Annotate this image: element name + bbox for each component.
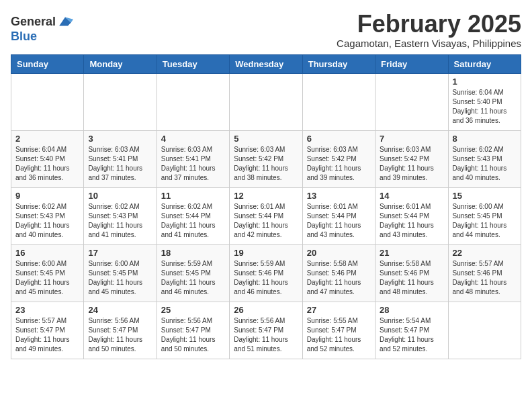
cell-details: Sunrise: 5:57 AM Sunset: 5:47 PM Dayligh… xyxy=(15,316,79,354)
cell-details: Sunrise: 6:02 AM Sunset: 5:44 PM Dayligh… xyxy=(161,202,225,240)
calendar-cell: 27Sunrise: 5:55 AM Sunset: 5:47 PM Dayli… xyxy=(302,302,375,359)
calendar-cell: 2Sunrise: 6:04 AM Sunset: 5:40 PM Daylig… xyxy=(11,130,84,187)
header: General Blue February 2025 Cagamotan, Ea… xyxy=(11,11,521,49)
cell-details: Sunrise: 6:02 AM Sunset: 5:43 PM Dayligh… xyxy=(453,145,517,183)
calendar-cell: 6Sunrise: 6:03 AM Sunset: 5:42 PM Daylig… xyxy=(302,130,375,187)
day-number: 28 xyxy=(380,305,443,315)
cell-details: Sunrise: 6:04 AM Sunset: 5:40 PM Dayligh… xyxy=(15,145,79,183)
calendar-cell: 13Sunrise: 6:01 AM Sunset: 5:44 PM Dayli… xyxy=(302,187,375,244)
calendar-cell: 4Sunrise: 6:03 AM Sunset: 5:41 PM Daylig… xyxy=(157,130,229,187)
day-number: 24 xyxy=(88,305,152,315)
calendar-week-2: 2Sunrise: 6:04 AM Sunset: 5:40 PM Daylig… xyxy=(11,130,521,187)
calendar-cell: 17Sunrise: 6:00 AM Sunset: 5:45 PM Dayli… xyxy=(84,244,157,302)
calendar-cell: 24Sunrise: 5:56 AM Sunset: 5:47 PM Dayli… xyxy=(84,302,157,359)
cell-details: Sunrise: 6:02 AM Sunset: 5:43 PM Dayligh… xyxy=(15,202,79,240)
day-number: 4 xyxy=(161,134,225,144)
day-number: 21 xyxy=(380,248,443,258)
day-number: 7 xyxy=(380,134,443,144)
logo-icon xyxy=(57,13,73,30)
calendar-cell: 19Sunrise: 5:59 AM Sunset: 5:46 PM Dayli… xyxy=(230,244,302,302)
cell-details: Sunrise: 6:01 AM Sunset: 5:44 PM Dayligh… xyxy=(380,202,443,240)
day-number: 20 xyxy=(307,248,371,258)
cell-details: Sunrise: 6:00 AM Sunset: 5:45 PM Dayligh… xyxy=(15,259,79,297)
calendar-cell: 8Sunrise: 6:02 AM Sunset: 5:43 PM Daylig… xyxy=(448,130,521,187)
cell-details: Sunrise: 6:01 AM Sunset: 5:44 PM Dayligh… xyxy=(307,202,371,240)
title-area: February 2025 Cagamotan, Eastern Visayas… xyxy=(337,11,521,49)
day-number: 22 xyxy=(453,248,517,258)
cell-details: Sunrise: 5:56 AM Sunset: 5:47 PM Dayligh… xyxy=(88,316,152,354)
logo: General Blue xyxy=(11,13,73,44)
cell-details: Sunrise: 6:03 AM Sunset: 5:41 PM Dayligh… xyxy=(88,145,152,183)
cell-details: Sunrise: 6:04 AM Sunset: 5:40 PM Dayligh… xyxy=(453,88,517,126)
cell-details: Sunrise: 6:01 AM Sunset: 5:44 PM Dayligh… xyxy=(234,202,298,240)
calendar-week-3: 9Sunrise: 6:02 AM Sunset: 5:43 PM Daylig… xyxy=(11,187,521,244)
calendar-cell: 26Sunrise: 5:56 AM Sunset: 5:47 PM Dayli… xyxy=(230,302,302,359)
calendar-cell xyxy=(230,73,302,130)
day-number: 6 xyxy=(307,134,371,144)
cell-details: Sunrise: 5:56 AM Sunset: 5:47 PM Dayligh… xyxy=(161,316,225,354)
day-number: 1 xyxy=(453,77,517,87)
weekday-header-saturday: Saturday xyxy=(448,54,521,73)
calendar-cell xyxy=(157,73,229,130)
calendar-cell: 25Sunrise: 5:56 AM Sunset: 5:47 PM Dayli… xyxy=(157,302,229,359)
day-number: 13 xyxy=(307,191,371,201)
calendar-cell xyxy=(302,73,375,130)
cell-details: Sunrise: 5:56 AM Sunset: 5:47 PM Dayligh… xyxy=(234,316,298,354)
calendar-cell: 5Sunrise: 6:03 AM Sunset: 5:42 PM Daylig… xyxy=(230,130,302,187)
day-number: 8 xyxy=(453,134,517,144)
day-number: 15 xyxy=(453,191,517,201)
day-number: 3 xyxy=(88,134,152,144)
weekday-header-friday: Friday xyxy=(375,54,448,73)
day-number: 14 xyxy=(380,191,443,201)
day-number: 2 xyxy=(15,134,79,144)
day-number: 17 xyxy=(88,248,152,258)
calendar-cell: 18Sunrise: 5:59 AM Sunset: 5:45 PM Dayli… xyxy=(157,244,229,302)
day-number: 23 xyxy=(15,305,79,315)
weekday-header-sunday: Sunday xyxy=(11,54,84,73)
cell-details: Sunrise: 6:03 AM Sunset: 5:42 PM Dayligh… xyxy=(380,145,443,183)
calendar-table: SundayMondayTuesdayWednesdayThursdayFrid… xyxy=(11,54,521,359)
subtitle: Cagamotan, Eastern Visayas, Philippines xyxy=(337,38,521,49)
calendar-cell: 12Sunrise: 6:01 AM Sunset: 5:44 PM Dayli… xyxy=(230,187,302,244)
day-number: 9 xyxy=(15,191,79,201)
weekday-header-monday: Monday xyxy=(84,54,157,73)
calendar-cell: 9Sunrise: 6:02 AM Sunset: 5:43 PM Daylig… xyxy=(11,187,84,244)
cell-details: Sunrise: 6:03 AM Sunset: 5:42 PM Dayligh… xyxy=(307,145,371,183)
weekday-header-wednesday: Wednesday xyxy=(230,54,302,73)
logo-general: General xyxy=(11,15,56,29)
calendar-cell: 22Sunrise: 5:57 AM Sunset: 5:46 PM Dayli… xyxy=(448,244,521,302)
day-number: 16 xyxy=(15,248,79,258)
day-number: 5 xyxy=(234,134,298,144)
calendar-cell: 20Sunrise: 5:58 AM Sunset: 5:46 PM Dayli… xyxy=(302,244,375,302)
day-number: 19 xyxy=(234,248,298,258)
weekday-header-row: SundayMondayTuesdayWednesdayThursdayFrid… xyxy=(11,54,521,73)
cell-details: Sunrise: 6:00 AM Sunset: 5:45 PM Dayligh… xyxy=(88,259,152,297)
calendar-week-1: 1Sunrise: 6:04 AM Sunset: 5:40 PM Daylig… xyxy=(11,73,521,130)
day-number: 18 xyxy=(161,248,225,258)
calendar-cell: 23Sunrise: 5:57 AM Sunset: 5:47 PM Dayli… xyxy=(11,302,84,359)
cell-details: Sunrise: 6:00 AM Sunset: 5:45 PM Dayligh… xyxy=(453,202,517,240)
calendar-cell xyxy=(11,73,84,130)
calendar-cell: 21Sunrise: 5:58 AM Sunset: 5:46 PM Dayli… xyxy=(375,244,448,302)
cell-details: Sunrise: 5:59 AM Sunset: 5:46 PM Dayligh… xyxy=(234,259,298,297)
cell-details: Sunrise: 6:03 AM Sunset: 5:41 PM Dayligh… xyxy=(161,145,225,183)
calendar-cell xyxy=(375,73,448,130)
calendar-week-4: 16Sunrise: 6:00 AM Sunset: 5:45 PM Dayli… xyxy=(11,244,521,302)
calendar-cell: 1Sunrise: 6:04 AM Sunset: 5:40 PM Daylig… xyxy=(448,73,521,130)
calendar-cell xyxy=(84,73,157,130)
cell-details: Sunrise: 5:57 AM Sunset: 5:46 PM Dayligh… xyxy=(453,259,517,297)
calendar-cell: 28Sunrise: 5:54 AM Sunset: 5:47 PM Dayli… xyxy=(375,302,448,359)
month-title: February 2025 xyxy=(337,11,521,38)
day-number: 10 xyxy=(88,191,152,201)
calendar-cell: 3Sunrise: 6:03 AM Sunset: 5:41 PM Daylig… xyxy=(84,130,157,187)
day-number: 25 xyxy=(161,305,225,315)
logo-blue: Blue xyxy=(11,30,37,43)
calendar-cell: 7Sunrise: 6:03 AM Sunset: 5:42 PM Daylig… xyxy=(375,130,448,187)
cell-details: Sunrise: 5:58 AM Sunset: 5:46 PM Dayligh… xyxy=(307,259,371,297)
day-number: 26 xyxy=(234,305,298,315)
calendar-week-5: 23Sunrise: 5:57 AM Sunset: 5:47 PM Dayli… xyxy=(11,302,521,359)
cell-details: Sunrise: 5:59 AM Sunset: 5:45 PM Dayligh… xyxy=(161,259,225,297)
day-number: 27 xyxy=(307,305,371,315)
calendar-cell: 14Sunrise: 6:01 AM Sunset: 5:44 PM Dayli… xyxy=(375,187,448,244)
day-number: 11 xyxy=(161,191,225,201)
